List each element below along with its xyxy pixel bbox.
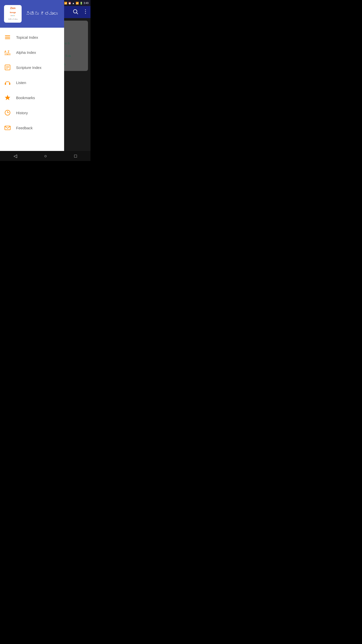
menu-item-topical-index[interactable]: Topical Index <box>0 30 64 45</box>
navigation-drawer: Zion Songs ● ● ● ● సియోను గీతాలు సియోను … <box>0 0 64 151</box>
alarm-icon: ⏰ <box>68 2 71 5</box>
menu-item-bookmarks[interactable]: Bookmarks <box>0 90 64 105</box>
menu-item-alpha-index[interactable]: A Z Alpha Index <box>0 45 64 60</box>
navigation-bar: ◁ ○ □ <box>0 151 90 161</box>
logo-subtitle: సియోను గీతాలు <box>8 19 18 20</box>
logo-text-songs: Songs <box>10 11 16 14</box>
menu-item-feedback[interactable]: Feedback <box>0 120 64 135</box>
more-menu-icon[interactable] <box>82 9 88 16</box>
signal-icon: 📶 <box>76 2 79 5</box>
drawer-header: Zion Songs ● ● ● ● సియోను గీతాలు సియోను … <box>0 0 64 28</box>
bookmarks-label: Bookmarks <box>16 96 35 100</box>
feedback-label: Feedback <box>16 126 33 130</box>
az-icon: A Z <box>4 49 11 56</box>
svg-text:Z: Z <box>8 50 9 54</box>
drawer-app-title: సియోను గీతములు <box>26 11 58 17</box>
svg-point-0 <box>73 10 77 13</box>
list-icon <box>4 34 11 41</box>
svg-point-2 <box>85 9 86 10</box>
menu-list: Topical Index A Z Alpha Index <box>0 28 64 151</box>
status-icons: 📶 ⏰ ▲ 📶 🔋 3:49 <box>64 2 88 5</box>
svg-point-4 <box>85 13 86 14</box>
app-logo: Zion Songs ● ● ● ● సియోను గీతాలు <box>4 5 22 23</box>
book-icon <box>4 64 11 71</box>
clock-icon <box>4 109 11 116</box>
svg-rect-17 <box>5 83 6 85</box>
menu-item-history[interactable]: History <box>0 105 64 120</box>
search-icon[interactable] <box>72 9 78 16</box>
wifi-icon: ▲ <box>72 2 75 5</box>
time-label: 3:49 <box>84 2 88 5</box>
svg-text:A: A <box>4 50 7 54</box>
scripture-index-label: Scripture Index <box>16 65 41 70</box>
home-button[interactable]: ○ <box>40 152 51 160</box>
history-label: History <box>16 111 28 115</box>
recents-button[interactable]: □ <box>70 152 81 160</box>
back-button[interactable]: ◁ <box>10 152 21 160</box>
topical-index-label: Topical Index <box>16 35 38 39</box>
logo-text-zion: Zion <box>8 7 18 10</box>
menu-item-listen[interactable]: Listen <box>0 75 64 90</box>
listen-label: Listen <box>16 80 26 85</box>
svg-rect-18 <box>9 83 10 85</box>
svg-marker-19 <box>5 95 10 100</box>
svg-line-1 <box>77 13 78 14</box>
star-icon <box>4 94 11 101</box>
menu-item-scripture-index[interactable]: Scripture Index <box>0 60 64 75</box>
envelope-icon <box>4 124 11 131</box>
svg-point-3 <box>85 11 86 12</box>
battery-icon: 🔋 <box>80 2 83 5</box>
bluetooth-icon: 📶 <box>64 2 67 5</box>
headphones-icon <box>4 79 11 86</box>
alpha-index-label: Alpha Index <box>16 50 36 55</box>
